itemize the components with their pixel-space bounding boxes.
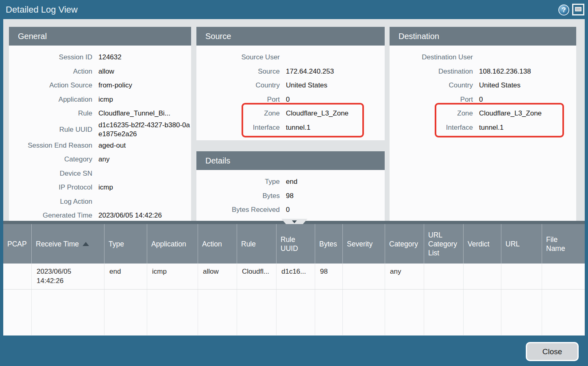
details-panel: Details Typeend Bytes98 Bytes Received0	[196, 151, 385, 221]
field-label: Rule	[9, 109, 92, 118]
field-label: Port	[390, 96, 473, 104]
field-row-session-end-reason: Session End Reasonaged-out	[9, 139, 191, 153]
field-row-bytes: Bytes98	[196, 189, 385, 203]
field-row-source: Source172.64.240.253	[196, 65, 385, 79]
field-value: 0	[479, 95, 571, 104]
field-row-generated-time: Generated Time2023/06/05 14:42:26	[9, 209, 191, 221]
field-row-source-user: Source User	[196, 50, 385, 65]
field-label: Action Source	[9, 81, 92, 89]
field-label: Country	[390, 81, 473, 89]
field-value: icmp	[98, 183, 190, 192]
field-value: 2023/06/05 14:42:26	[98, 211, 190, 220]
column-header-category[interactable]: Category	[385, 224, 424, 264]
column-header-verdict[interactable]: Verdict	[464, 224, 501, 264]
log-detail-panels: General Session ID124632 Actionallow Act…	[3, 19, 585, 221]
cell-file-name	[542, 264, 585, 289]
field-label: Interface	[196, 124, 280, 132]
cell-rule-uuid: d1c16...	[277, 264, 315, 289]
field-label: Generated Time	[9, 211, 92, 220]
field-label: Interface	[390, 124, 473, 132]
field-row-country: CountryUnited States	[390, 78, 576, 93]
column-header-file-name[interactable]: File Name	[542, 224, 585, 264]
empty-table-area	[3, 290, 585, 335]
cell-severity	[343, 264, 385, 289]
field-row-interface: Interfacetunnel.1	[196, 121, 385, 135]
field-value: Cloudflare_Tunnel_Bi...	[98, 109, 190, 118]
field-label: Type	[196, 178, 280, 186]
field-row-destination: Destination108.162.236.138	[390, 65, 576, 79]
field-value: allow	[98, 67, 190, 76]
field-row-application: Applicationicmp	[9, 93, 191, 107]
field-value: Cloudflare_L3_Zone	[479, 109, 571, 118]
column-header-action[interactable]: Action	[198, 224, 237, 264]
column-header-rule[interactable]: Rule	[237, 224, 277, 264]
field-row-action-source: Action Sourcefrom-policy	[9, 78, 191, 93]
column-header-receive-time[interactable]: Receive Time	[32, 224, 105, 264]
field-label: Action	[9, 68, 92, 76]
field-value: aged-out	[98, 141, 190, 150]
field-value: tunnel.1	[286, 123, 377, 132]
column-header-type[interactable]: Type	[105, 224, 147, 264]
field-row-session-id: Session ID124632	[9, 50, 191, 65]
source-panel-header: Source	[196, 27, 385, 46]
field-value: end	[286, 177, 377, 186]
field-row-bytes-received: Bytes Received0	[196, 203, 385, 217]
field-row-ip-protocol: IP Protocolicmp	[9, 181, 191, 195]
help-icon[interactable]: ?	[558, 4, 569, 15]
field-row-action: Actionallow	[9, 65, 191, 79]
cell-receive-time: 2023/06/05 14:42:26	[32, 264, 105, 289]
field-value: from-policy	[98, 81, 190, 90]
cell-category: any	[385, 264, 424, 289]
cell-action: allow	[198, 264, 237, 289]
field-label: Rule UUID	[9, 126, 92, 134]
details-panel-header: Details	[196, 151, 385, 170]
field-value: 124632	[98, 53, 190, 62]
cell-verdict	[464, 264, 501, 289]
field-value: any	[98, 155, 190, 164]
cell-pcap	[3, 264, 32, 289]
field-label: Application	[9, 96, 92, 104]
column-header-rule-uuid[interactable]: Rule UUID	[277, 224, 315, 264]
field-label: Country	[196, 81, 280, 89]
field-label: Zone	[390, 109, 473, 118]
field-label: IP Protocol	[9, 183, 92, 192]
field-value: Cloudflare_L3_Zone	[286, 109, 377, 118]
field-label: Category	[9, 155, 92, 163]
column-header-url-category-list[interactable]: URL Category List	[424, 224, 464, 264]
log-table-row[interactable]: 2023/06/05 14:42:26 end icmp allow Cloud…	[3, 264, 585, 290]
window-restore-glyph	[575, 7, 581, 11]
field-label: Port	[196, 96, 280, 104]
cell-url-category-list	[424, 264, 464, 289]
field-value: 108.162.236.138	[479, 67, 571, 76]
destination-panel: Destination Destination User Destination…	[390, 27, 576, 221]
cell-type: end	[105, 264, 147, 289]
field-row-port: Port0	[390, 93, 576, 107]
destination-panel-header: Destination	[390, 27, 576, 46]
field-value: 0	[286, 95, 377, 104]
field-row-rule-uuid: Rule UUIDd1c16235-b2f2-4327-b380-0ae1875…	[9, 121, 191, 139]
close-button[interactable]: Close	[526, 342, 579, 361]
column-header-url[interactable]: URL	[501, 224, 542, 264]
column-header-bytes[interactable]: Bytes	[315, 224, 343, 264]
column-header-application[interactable]: Application	[147, 224, 198, 264]
general-panel-header: General	[9, 27, 191, 46]
field-row-zone: ZoneCloudflare_L3_Zone	[390, 107, 576, 121]
field-row-rule: RuleCloudflare_Tunnel_Bi...	[9, 107, 191, 121]
source-panel: Source Source User Source172.64.240.253 …	[196, 27, 385, 140]
window-restore-icon[interactable]	[572, 4, 584, 15]
field-value: 172.64.240.253	[286, 67, 377, 76]
field-value: tunnel.1	[479, 123, 571, 132]
field-label: Device SN	[9, 170, 92, 178]
field-row-type: Typeend	[196, 175, 385, 189]
cell-rule: Cloudfl...	[237, 264, 277, 289]
dialog-titlebar: Detailed Log View ?	[0, 0, 588, 19]
cell-url	[501, 264, 542, 289]
field-row-category: Categoryany	[9, 152, 191, 167]
column-header-severity[interactable]: Severity	[343, 224, 385, 264]
log-table-header: PCAP Receive Time Type Application Actio…	[3, 224, 585, 264]
field-value: 98	[286, 192, 377, 200]
general-panel: General Session ID124632 Actionallow Act…	[9, 27, 191, 221]
column-header-pcap[interactable]: PCAP	[3, 224, 32, 264]
field-label: Source User	[196, 53, 280, 61]
field-label: Bytes Received	[196, 206, 280, 214]
